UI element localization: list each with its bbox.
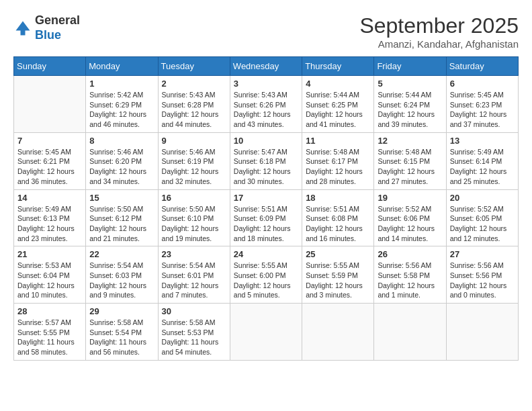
calendar-cell: 3Sunrise: 5:43 AM Sunset: 6:26 PM Daylig… <box>230 76 302 133</box>
day-info: Sunrise: 5:43 AM Sunset: 6:26 PM Dayligh… <box>234 90 298 130</box>
calendar-cell: 15Sunrise: 5:50 AM Sunset: 6:12 PM Dayli… <box>86 189 158 246</box>
weekday-header-saturday: Saturday <box>446 57 518 76</box>
logo-blue-text: Blue <box>35 28 61 42</box>
day-number: 23 <box>162 249 226 259</box>
calendar-cell: 17Sunrise: 5:51 AM Sunset: 6:09 PM Dayli… <box>230 189 302 246</box>
day-number: 6 <box>450 79 515 89</box>
day-info: Sunrise: 5:47 AM Sunset: 6:18 PM Dayligh… <box>234 147 298 187</box>
calendar-cell: 9Sunrise: 5:46 AM Sunset: 6:19 PM Daylig… <box>158 132 230 189</box>
day-number: 13 <box>450 136 515 146</box>
day-info: Sunrise: 5:48 AM Sunset: 6:15 PM Dayligh… <box>378 147 442 187</box>
calendar-cell: 19Sunrise: 5:52 AM Sunset: 6:06 PM Dayli… <box>374 189 446 246</box>
weekday-header-row: SundayMondayTuesdayWednesdayThursdayFrid… <box>14 57 519 76</box>
day-number: 4 <box>306 79 370 89</box>
page-header: General Blue September 2025 Amanzi, Kand… <box>13 13 519 50</box>
day-number: 28 <box>17 306 82 316</box>
location-text: Amanzi, Kandahar, Afghanistan <box>359 38 519 50</box>
day-number: 7 <box>17 136 82 146</box>
week-row-1: 1Sunrise: 5:42 AM Sunset: 6:29 PM Daylig… <box>14 76 519 133</box>
calendar-cell: 18Sunrise: 5:51 AM Sunset: 6:08 PM Dayli… <box>302 189 374 246</box>
day-number: 24 <box>234 249 298 259</box>
calendar-cell <box>374 304 446 361</box>
calendar-cell: 27Sunrise: 5:56 AM Sunset: 5:56 PM Dayli… <box>446 246 518 304</box>
day-info: Sunrise: 5:49 AM Sunset: 6:14 PM Dayligh… <box>450 147 515 187</box>
weekday-header-wednesday: Wednesday <box>230 57 302 76</box>
day-number: 30 <box>162 306 226 316</box>
calendar-cell: 22Sunrise: 5:54 AM Sunset: 6:03 PM Dayli… <box>86 246 158 304</box>
calendar-cell: 8Sunrise: 5:46 AM Sunset: 6:20 PM Daylig… <box>86 132 158 189</box>
day-info: Sunrise: 5:49 AM Sunset: 6:13 PM Dayligh… <box>17 204 82 244</box>
day-info: Sunrise: 5:52 AM Sunset: 6:06 PM Dayligh… <box>378 204 442 244</box>
day-info: Sunrise: 5:50 AM Sunset: 6:10 PM Dayligh… <box>162 204 226 244</box>
day-info: Sunrise: 5:51 AM Sunset: 6:08 PM Dayligh… <box>306 204 370 244</box>
day-number: 16 <box>162 193 226 203</box>
week-row-2: 7Sunrise: 5:45 AM Sunset: 6:21 PM Daylig… <box>14 132 519 189</box>
day-info: Sunrise: 5:58 AM Sunset: 5:53 PM Dayligh… <box>162 318 226 357</box>
day-info: Sunrise: 5:50 AM Sunset: 6:12 PM Dayligh… <box>89 204 154 244</box>
calendar-cell: 2Sunrise: 5:43 AM Sunset: 6:28 PM Daylig… <box>158 76 230 133</box>
day-number: 9 <box>162 136 226 146</box>
calendar-cell: 6Sunrise: 5:45 AM Sunset: 6:23 PM Daylig… <box>446 76 518 133</box>
calendar-cell: 24Sunrise: 5:55 AM Sunset: 6:00 PM Dayli… <box>230 246 302 304</box>
week-row-3: 14Sunrise: 5:49 AM Sunset: 6:13 PM Dayli… <box>14 189 519 246</box>
day-info: Sunrise: 5:46 AM Sunset: 6:20 PM Dayligh… <box>89 147 154 187</box>
weekday-header-monday: Monday <box>86 57 158 76</box>
calendar-cell: 7Sunrise: 5:45 AM Sunset: 6:21 PM Daylig… <box>14 132 86 189</box>
calendar-cell: 26Sunrise: 5:56 AM Sunset: 5:58 PM Dayli… <box>374 246 446 304</box>
day-number: 8 <box>89 136 154 146</box>
day-number: 11 <box>306 136 370 146</box>
day-info: Sunrise: 5:56 AM Sunset: 5:58 PM Dayligh… <box>378 261 442 300</box>
week-row-5: 28Sunrise: 5:57 AM Sunset: 5:55 PM Dayli… <box>14 304 519 361</box>
logo: General Blue <box>13 13 80 42</box>
calendar-cell: 28Sunrise: 5:57 AM Sunset: 5:55 PM Dayli… <box>14 304 86 361</box>
calendar-cell <box>302 304 374 361</box>
calendar-cell: 10Sunrise: 5:47 AM Sunset: 6:18 PM Dayli… <box>230 132 302 189</box>
weekday-header-thursday: Thursday <box>302 57 374 76</box>
day-number: 12 <box>378 136 442 146</box>
day-info: Sunrise: 5:54 AM Sunset: 6:01 PM Dayligh… <box>162 261 226 300</box>
day-number: 27 <box>450 249 515 259</box>
day-info: Sunrise: 5:48 AM Sunset: 6:17 PM Dayligh… <box>306 147 370 187</box>
day-info: Sunrise: 5:53 AM Sunset: 6:04 PM Dayligh… <box>17 261 82 300</box>
day-number: 26 <box>378 249 442 259</box>
day-info: Sunrise: 5:42 AM Sunset: 6:29 PM Dayligh… <box>89 90 154 130</box>
week-row-4: 21Sunrise: 5:53 AM Sunset: 6:04 PM Dayli… <box>14 246 519 304</box>
calendar-cell: 23Sunrise: 5:54 AM Sunset: 6:01 PM Dayli… <box>158 246 230 304</box>
day-info: Sunrise: 5:43 AM Sunset: 6:28 PM Dayligh… <box>162 90 226 130</box>
day-info: Sunrise: 5:52 AM Sunset: 6:05 PM Dayligh… <box>450 204 515 244</box>
day-number: 19 <box>378 193 442 203</box>
day-info: Sunrise: 5:56 AM Sunset: 5:56 PM Dayligh… <box>450 261 515 300</box>
calendar-cell <box>446 304 518 361</box>
day-number: 29 <box>89 306 154 316</box>
weekday-header-friday: Friday <box>374 57 446 76</box>
day-info: Sunrise: 5:54 AM Sunset: 6:03 PM Dayligh… <box>89 261 154 300</box>
calendar-cell: 1Sunrise: 5:42 AM Sunset: 6:29 PM Daylig… <box>86 76 158 133</box>
day-number: 1 <box>89 79 154 89</box>
svg-marker-0 <box>16 21 30 35</box>
calendar-cell <box>14 76 86 133</box>
weekday-header-tuesday: Tuesday <box>158 57 230 76</box>
day-number: 17 <box>234 193 298 203</box>
day-info: Sunrise: 5:46 AM Sunset: 6:19 PM Dayligh… <box>162 147 226 187</box>
title-block: September 2025 Amanzi, Kandahar, Afghani… <box>359 13 519 50</box>
logo-icon <box>13 19 32 38</box>
weekday-header-sunday: Sunday <box>14 57 86 76</box>
day-info: Sunrise: 5:44 AM Sunset: 6:24 PM Dayligh… <box>378 90 442 130</box>
day-info: Sunrise: 5:58 AM Sunset: 5:54 PM Dayligh… <box>89 318 154 357</box>
logo-general-text: General <box>35 13 80 27</box>
calendar-cell: 25Sunrise: 5:55 AM Sunset: 5:59 PM Dayli… <box>302 246 374 304</box>
day-number: 15 <box>89 193 154 203</box>
calendar-cell: 20Sunrise: 5:52 AM Sunset: 6:05 PM Dayli… <box>446 189 518 246</box>
day-number: 14 <box>17 193 82 203</box>
calendar-cell: 11Sunrise: 5:48 AM Sunset: 6:17 PM Dayli… <box>302 132 374 189</box>
month-title: September 2025 <box>359 13 519 38</box>
day-info: Sunrise: 5:45 AM Sunset: 6:21 PM Dayligh… <box>17 147 82 187</box>
calendar-cell: 12Sunrise: 5:48 AM Sunset: 6:15 PM Dayli… <box>374 132 446 189</box>
day-info: Sunrise: 5:44 AM Sunset: 6:25 PM Dayligh… <box>306 90 370 130</box>
calendar-cell: 5Sunrise: 5:44 AM Sunset: 6:24 PM Daylig… <box>374 76 446 133</box>
day-info: Sunrise: 5:45 AM Sunset: 6:23 PM Dayligh… <box>450 90 515 130</box>
day-number: 22 <box>89 249 154 259</box>
day-info: Sunrise: 5:51 AM Sunset: 6:09 PM Dayligh… <box>234 204 298 244</box>
calendar-cell: 13Sunrise: 5:49 AM Sunset: 6:14 PM Dayli… <box>446 132 518 189</box>
calendar-cell: 14Sunrise: 5:49 AM Sunset: 6:13 PM Dayli… <box>14 189 86 246</box>
